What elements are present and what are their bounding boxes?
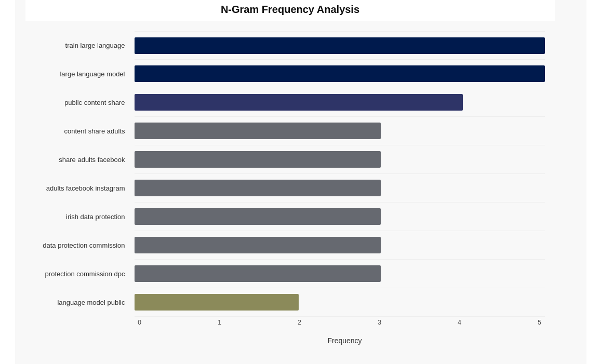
x-tick: 4 (455, 319, 465, 326)
x-tick: 3 (375, 319, 385, 326)
x-axis: 012345 (25, 319, 555, 334)
bar-row: train large language (135, 31, 545, 60)
bar (135, 294, 299, 311)
bar-row: language model public (135, 288, 545, 317)
bar-row: adults facebook instagram (135, 174, 545, 203)
bar-label: large language model (25, 70, 129, 78)
bar (135, 37, 545, 54)
bar-label: adults facebook instagram (25, 184, 129, 192)
bar-label: data protection commission (25, 241, 129, 249)
bar (135, 151, 381, 168)
bar-row: protection commission dpc (135, 260, 545, 288)
x-tick: 2 (295, 319, 305, 326)
chart-area: train large languagelarge language model… (25, 31, 555, 317)
bar-label: language model public (25, 299, 129, 306)
chart-title: N-Gram Frequency Analysis (25, 0, 555, 21)
x-axis-label: Frequency (25, 336, 555, 345)
bar-label: share adults facebook (25, 156, 129, 164)
bar-label: train large language (25, 42, 129, 49)
x-tick: 0 (135, 319, 145, 326)
bar (135, 94, 463, 111)
bar-row: irish data protection (135, 203, 545, 231)
chart-container: N-Gram Frequency Analysis train large la… (15, 0, 586, 364)
bar (135, 123, 381, 139)
bar-label: public content share (25, 99, 129, 106)
bar (135, 237, 381, 253)
bar-row: content share adults (135, 117, 545, 145)
x-tick: 1 (215, 319, 225, 326)
bar (135, 265, 381, 282)
bar (135, 180, 381, 196)
bar-row: public content share (135, 88, 545, 117)
bar-row: data protection commission (135, 231, 545, 260)
bar-row: share adults facebook (135, 145, 545, 174)
bar-label: protection commission dpc (25, 270, 129, 278)
bar (135, 65, 545, 82)
bar (135, 208, 381, 225)
bar-row: large language model (135, 60, 545, 88)
x-tick: 5 (535, 319, 545, 326)
bar-label: irish data protection (25, 213, 129, 221)
bar-label: content share adults (25, 127, 129, 135)
x-axis-ticks: 012345 (135, 319, 545, 326)
